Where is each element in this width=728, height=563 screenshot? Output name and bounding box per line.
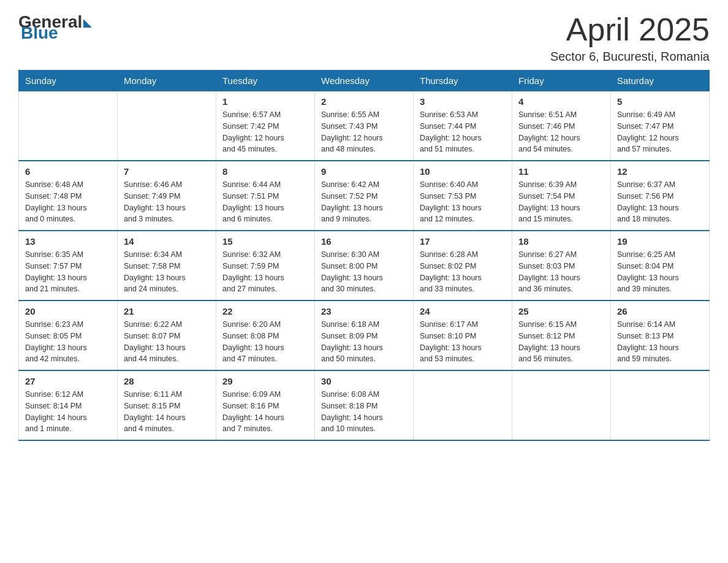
day-info: Sunrise: 6:17 AMSunset: 8:10 PMDaylight:… bbox=[420, 319, 506, 365]
logo-arrow-icon bbox=[83, 19, 92, 28]
calendar-day-4: 4Sunrise: 6:51 AMSunset: 7:46 PMDaylight… bbox=[512, 91, 611, 161]
page-header: General Blue April 2025 Sector 6, Bucure… bbox=[18, 12, 710, 64]
calendar-day-28: 28Sunrise: 6:11 AMSunset: 8:15 PMDayligh… bbox=[118, 370, 216, 440]
day-number: 13 bbox=[25, 236, 111, 247]
calendar-day-5: 5Sunrise: 6:49 AMSunset: 7:47 PMDaylight… bbox=[611, 91, 710, 161]
day-info: Sunrise: 6:27 AMSunset: 8:03 PMDaylight:… bbox=[518, 249, 604, 295]
day-number: 27 bbox=[25, 376, 111, 386]
day-info: Sunrise: 6:23 AMSunset: 8:05 PMDaylight:… bbox=[25, 319, 111, 365]
day-info: Sunrise: 6:11 AMSunset: 8:15 PMDaylight:… bbox=[124, 389, 210, 435]
day-number: 7 bbox=[124, 166, 210, 177]
day-number: 20 bbox=[25, 306, 111, 316]
day-info: Sunrise: 6:20 AMSunset: 8:08 PMDaylight:… bbox=[222, 319, 308, 365]
day-info: Sunrise: 6:53 AMSunset: 7:44 PMDaylight:… bbox=[420, 109, 506, 155]
calendar-table: SundayMondayTuesdayWednesdayThursdayFrid… bbox=[18, 70, 710, 441]
calendar-day-6: 6Sunrise: 6:48 AMSunset: 7:48 PMDaylight… bbox=[19, 161, 118, 231]
day-number: 1 bbox=[222, 96, 308, 107]
empty-cell bbox=[512, 370, 611, 440]
day-info: Sunrise: 6:09 AMSunset: 8:16 PMDaylight:… bbox=[222, 389, 308, 435]
day-number: 5 bbox=[617, 96, 703, 107]
calendar-day-1: 1Sunrise: 6:57 AMSunset: 7:42 PMDaylight… bbox=[216, 91, 315, 161]
empty-cell bbox=[611, 370, 710, 440]
calendar-header: SundayMondayTuesdayWednesdayThursdayFrid… bbox=[19, 71, 710, 91]
calendar-day-30: 30Sunrise: 6:08 AMSunset: 8:18 PMDayligh… bbox=[315, 370, 414, 440]
calendar-day-26: 26Sunrise: 6:14 AMSunset: 8:13 PMDayligh… bbox=[611, 301, 710, 370]
day-info: Sunrise: 6:30 AMSunset: 8:00 PMDaylight:… bbox=[321, 249, 407, 295]
day-number: 19 bbox=[617, 236, 703, 247]
calendar-day-27: 27Sunrise: 6:12 AMSunset: 8:14 PMDayligh… bbox=[19, 370, 118, 440]
calendar-day-15: 15Sunrise: 6:32 AMSunset: 7:59 PMDayligh… bbox=[216, 231, 315, 301]
empty-cell bbox=[414, 370, 512, 440]
day-info: Sunrise: 6:48 AMSunset: 7:48 PMDaylight:… bbox=[25, 179, 111, 225]
day-info: Sunrise: 6:49 AMSunset: 7:47 PMDaylight:… bbox=[617, 109, 703, 155]
day-info: Sunrise: 6:12 AMSunset: 8:14 PMDaylight:… bbox=[25, 389, 111, 435]
calendar-day-16: 16Sunrise: 6:30 AMSunset: 8:00 PMDayligh… bbox=[315, 231, 414, 301]
calendar-day-17: 17Sunrise: 6:28 AMSunset: 8:02 PMDayligh… bbox=[414, 231, 512, 301]
day-info: Sunrise: 6:32 AMSunset: 7:59 PMDaylight:… bbox=[222, 249, 308, 295]
calendar-week-3: 13Sunrise: 6:35 AMSunset: 7:57 PMDayligh… bbox=[19, 231, 710, 301]
day-number: 8 bbox=[222, 166, 308, 177]
day-number: 11 bbox=[518, 166, 604, 177]
calendar-day-21: 21Sunrise: 6:22 AMSunset: 8:07 PMDayligh… bbox=[118, 301, 216, 370]
day-number: 10 bbox=[420, 166, 506, 177]
calendar-subtitle: Sector 6, Bucuresti, Romania bbox=[550, 50, 710, 64]
calendar-week-1: 1Sunrise: 6:57 AMSunset: 7:42 PMDaylight… bbox=[19, 91, 710, 161]
day-header-monday: Monday bbox=[118, 71, 216, 91]
calendar-day-8: 8Sunrise: 6:44 AMSunset: 7:51 PMDaylight… bbox=[216, 161, 315, 231]
day-number: 17 bbox=[420, 236, 506, 247]
day-info: Sunrise: 6:08 AMSunset: 8:18 PMDaylight:… bbox=[321, 389, 407, 435]
day-info: Sunrise: 6:25 AMSunset: 8:04 PMDaylight:… bbox=[617, 249, 703, 295]
day-info: Sunrise: 6:57 AMSunset: 7:42 PMDaylight:… bbox=[222, 109, 308, 155]
calendar-day-29: 29Sunrise: 6:09 AMSunset: 8:16 PMDayligh… bbox=[216, 370, 315, 440]
day-number: 14 bbox=[124, 236, 210, 247]
day-info: Sunrise: 6:44 AMSunset: 7:51 PMDaylight:… bbox=[222, 179, 308, 225]
calendar-day-20: 20Sunrise: 6:23 AMSunset: 8:05 PMDayligh… bbox=[19, 301, 118, 370]
calendar-day-11: 11Sunrise: 6:39 AMSunset: 7:54 PMDayligh… bbox=[512, 161, 611, 231]
day-number: 9 bbox=[321, 166, 407, 177]
logo-blue-text: Blue bbox=[21, 23, 58, 43]
calendar-body: 1Sunrise: 6:57 AMSunset: 7:42 PMDaylight… bbox=[19, 91, 710, 441]
day-number: 30 bbox=[321, 376, 407, 386]
empty-cell bbox=[118, 91, 216, 161]
day-info: Sunrise: 6:35 AMSunset: 7:57 PMDaylight:… bbox=[25, 249, 111, 295]
day-number: 15 bbox=[222, 236, 308, 247]
day-number: 23 bbox=[321, 306, 407, 316]
calendar-day-23: 23Sunrise: 6:18 AMSunset: 8:09 PMDayligh… bbox=[315, 301, 414, 370]
day-header-sunday: Sunday bbox=[19, 71, 118, 91]
calendar-week-5: 27Sunrise: 6:12 AMSunset: 8:14 PMDayligh… bbox=[19, 370, 710, 440]
day-number: 2 bbox=[321, 96, 407, 107]
day-info: Sunrise: 6:18 AMSunset: 8:09 PMDaylight:… bbox=[321, 319, 407, 365]
day-number: 21 bbox=[124, 306, 210, 316]
day-header-wednesday: Wednesday bbox=[315, 71, 414, 91]
day-number: 29 bbox=[222, 376, 308, 386]
days-of-week-row: SundayMondayTuesdayWednesdayThursdayFrid… bbox=[19, 71, 710, 91]
calendar-day-19: 19Sunrise: 6:25 AMSunset: 8:04 PMDayligh… bbox=[611, 231, 710, 301]
day-info: Sunrise: 6:55 AMSunset: 7:43 PMDaylight:… bbox=[321, 109, 407, 155]
day-header-friday: Friday bbox=[512, 71, 611, 91]
day-info: Sunrise: 6:14 AMSunset: 8:13 PMDaylight:… bbox=[617, 319, 703, 365]
day-info: Sunrise: 6:39 AMSunset: 7:54 PMDaylight:… bbox=[518, 179, 604, 225]
day-number: 12 bbox=[617, 166, 703, 177]
day-info: Sunrise: 6:34 AMSunset: 7:58 PMDaylight:… bbox=[124, 249, 210, 295]
calendar-day-3: 3Sunrise: 6:53 AMSunset: 7:44 PMDaylight… bbox=[414, 91, 512, 161]
empty-cell bbox=[19, 91, 118, 161]
day-number: 24 bbox=[420, 306, 506, 316]
calendar-day-14: 14Sunrise: 6:34 AMSunset: 7:58 PMDayligh… bbox=[118, 231, 216, 301]
calendar-day-2: 2Sunrise: 6:55 AMSunset: 7:43 PMDaylight… bbox=[315, 91, 414, 161]
day-number: 28 bbox=[124, 376, 210, 386]
day-number: 3 bbox=[420, 96, 506, 107]
calendar-day-22: 22Sunrise: 6:20 AMSunset: 8:08 PMDayligh… bbox=[216, 301, 315, 370]
title-section: April 2025 Sector 6, Bucuresti, Romania bbox=[550, 12, 710, 64]
day-number: 18 bbox=[518, 236, 604, 247]
calendar-day-13: 13Sunrise: 6:35 AMSunset: 7:57 PMDayligh… bbox=[19, 231, 118, 301]
calendar-day-7: 7Sunrise: 6:46 AMSunset: 7:49 PMDaylight… bbox=[118, 161, 216, 231]
day-info: Sunrise: 6:51 AMSunset: 7:46 PMDaylight:… bbox=[518, 109, 604, 155]
calendar-week-2: 6Sunrise: 6:48 AMSunset: 7:48 PMDaylight… bbox=[19, 161, 710, 231]
day-info: Sunrise: 6:46 AMSunset: 7:49 PMDaylight:… bbox=[124, 179, 210, 225]
day-header-saturday: Saturday bbox=[611, 71, 710, 91]
day-info: Sunrise: 6:15 AMSunset: 8:12 PMDaylight:… bbox=[518, 319, 604, 365]
day-info: Sunrise: 6:42 AMSunset: 7:52 PMDaylight:… bbox=[321, 179, 407, 225]
calendar-day-25: 25Sunrise: 6:15 AMSunset: 8:12 PMDayligh… bbox=[512, 301, 611, 370]
day-number: 6 bbox=[25, 166, 111, 177]
calendar-day-24: 24Sunrise: 6:17 AMSunset: 8:10 PMDayligh… bbox=[414, 301, 512, 370]
